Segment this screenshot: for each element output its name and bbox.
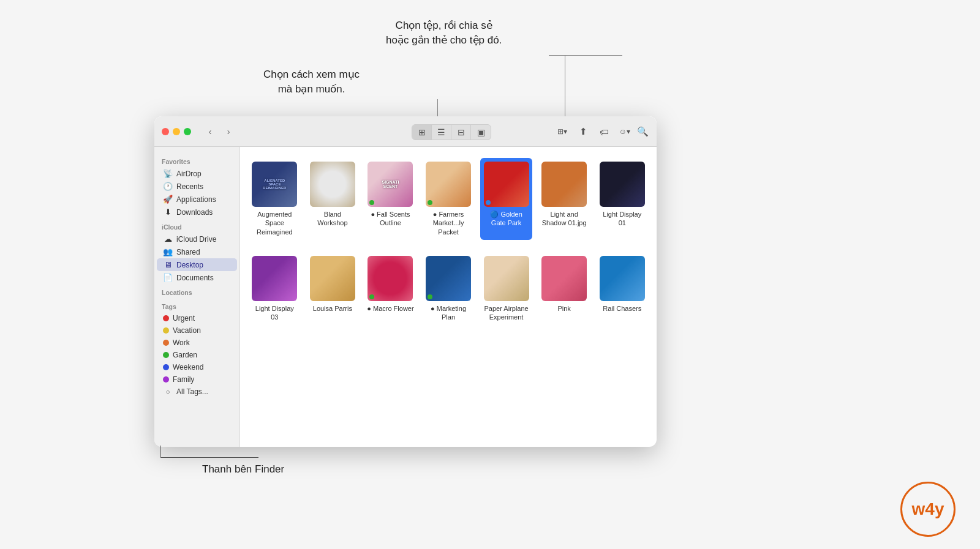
sidebar-item-shared[interactable]: 👥 Shared xyxy=(157,245,237,258)
sidebar-section-tags: Tags xyxy=(154,298,239,312)
sidebar-label-documents: Documents xyxy=(176,274,214,282)
tag-btn[interactable]: 🏷 xyxy=(595,124,612,139)
view-gallery-btn[interactable]: ▣ xyxy=(471,125,491,140)
file-name-augmented: Augmented Space Reimagined xyxy=(251,210,298,236)
search-btn[interactable]: 🔍 xyxy=(635,124,650,139)
file-thumb-bland xyxy=(310,162,355,207)
work-dot xyxy=(163,340,169,346)
documents-icon: 📄 xyxy=(163,273,173,282)
file-thumb-rail xyxy=(600,256,645,301)
sidebar-section-icloud: iCloud xyxy=(154,218,239,233)
title-bar: ‹ › Desktop ⊞ ☰ ⊟ ▣ ⊞▾ ⬆ 🏷 ☺▾ 🔍 xyxy=(154,116,657,147)
file-item-light01[interactable]: Light Display 01 xyxy=(596,158,648,240)
sidebar-item-vacation[interactable]: Vacation xyxy=(157,324,237,337)
file-name-paper: Paper Airplane Experiment xyxy=(483,304,530,322)
file-name-pink: Pink xyxy=(557,304,570,313)
file-thumb-augmented: ALIENATEDSPACEREIMAGINED xyxy=(252,162,297,207)
file-name-bland: Bland Workshop xyxy=(309,210,356,228)
downloads-icon: ⬇ xyxy=(163,207,173,217)
back-button[interactable]: ‹ xyxy=(202,125,218,138)
file-thumb-fall: SIGNATISCENT xyxy=(368,162,413,207)
sidebar-item-weekend[interactable]: Weekend xyxy=(157,361,237,373)
garden-dot xyxy=(163,352,169,358)
recents-icon: 🕐 xyxy=(163,182,173,191)
sidebar-item-documents[interactable]: 📄 Documents xyxy=(157,271,237,284)
traffic-lights xyxy=(162,128,191,135)
sidebar-label-weekend: Weekend xyxy=(173,363,203,372)
file-item-golden[interactable]: 🔵 Golden Gate Park xyxy=(480,158,532,240)
sidebar-item-work[interactable]: Work xyxy=(157,337,237,349)
file-thumb-golden xyxy=(484,162,529,207)
sidebar-label-downloads: Downloads xyxy=(176,208,213,217)
file-name-light-shadow: Light and Shadow 01.jpg xyxy=(541,210,588,228)
all-tags-icon: ○ xyxy=(163,388,173,395)
sidebar-label-work: Work xyxy=(173,338,190,347)
file-item-paper[interactable]: Paper Airplane Experiment xyxy=(480,252,532,326)
file-item-augmented[interactable]: ALIENATEDSPACEREIMAGINED Augmented Space… xyxy=(249,158,301,240)
nav-buttons: ‹ › xyxy=(202,125,236,138)
sidebar-label-urgent: Urgent xyxy=(173,314,195,323)
more-btn[interactable]: ☺▾ xyxy=(616,124,633,139)
airdrop-icon: 📡 xyxy=(163,169,173,178)
view-icon-btn[interactable]: ⊞ xyxy=(412,125,432,140)
file-item-light-shadow[interactable]: Light and Shadow 01.jpg xyxy=(538,158,590,240)
view-list-btn[interactable]: ☰ xyxy=(432,125,451,140)
share-btn[interactable]: ⬆ xyxy=(575,124,592,139)
file-row-1: ALIENATEDSPACEREIMAGINED Augmented Space… xyxy=(249,158,648,240)
sidebar-item-family[interactable]: Family xyxy=(157,373,237,386)
bracket-line xyxy=(160,446,258,458)
file-name-rail: Rail Chasers xyxy=(603,304,641,313)
annotation-top-right-text: Chọn tệp, rồi chia sẻ hoặc gắn thẻ cho t… xyxy=(386,20,502,46)
file-thumb-farmers xyxy=(426,162,471,207)
file-name-louisa: Louisa Parris xyxy=(313,304,352,313)
watermark-text: w4y xyxy=(912,499,944,519)
file-item-pink[interactable]: Pink xyxy=(538,252,590,326)
sidebar-label-garden: Garden xyxy=(173,351,197,359)
file-thumb-light01 xyxy=(600,162,645,207)
sidebar-item-garden[interactable]: Garden xyxy=(157,349,237,361)
file-item-rail[interactable]: Rail Chasers xyxy=(596,252,648,326)
file-item-louisa[interactable]: Louisa Parris xyxy=(307,252,359,326)
sidebar: Favorites 📡 AirDrop 🕐 Recents 🚀 Applicat… xyxy=(154,147,240,447)
file-thumb-light-shadow xyxy=(541,162,587,207)
sidebar-item-desktop[interactable]: 🖥 Desktop xyxy=(157,258,237,271)
file-name-fall: ● Fall Scents Outline xyxy=(367,210,414,228)
sidebar-item-recents[interactable]: 🕐 Recents xyxy=(157,180,237,193)
sort-btn[interactable]: ⊞▾ xyxy=(554,124,571,139)
file-row-2: Light Display 03 Louisa Parris ● Macro F… xyxy=(249,252,648,326)
file-item-bland[interactable]: Bland Workshop xyxy=(307,158,359,240)
sidebar-label-icloud-drive: iCloud Drive xyxy=(176,235,216,244)
sidebar-label-shared: Shared xyxy=(176,248,200,256)
file-name-light03: Light Display 03 xyxy=(251,304,298,322)
finder-window: ‹ › Desktop ⊞ ☰ ⊟ ▣ ⊞▾ ⬆ 🏷 ☺▾ 🔍 Favorite… xyxy=(154,116,657,447)
sidebar-item-all-tags[interactable]: ○ All Tags... xyxy=(157,386,237,398)
forward-button[interactable]: › xyxy=(221,125,236,138)
watermark: w4y xyxy=(900,482,956,537)
maximize-button[interactable] xyxy=(184,128,191,135)
annotation-mid-left: Chọn cách xem mục mà bạn muốn. xyxy=(263,67,360,97)
file-item-farmers[interactable]: ● Farmers Market...ly Packet xyxy=(423,158,475,240)
sidebar-label-applications: Applications xyxy=(176,195,216,204)
file-thumb-macro xyxy=(368,256,413,301)
file-item-light03[interactable]: Light Display 03 xyxy=(249,252,301,326)
minimize-button[interactable] xyxy=(173,128,180,135)
sidebar-item-airdrop[interactable]: 📡 AirDrop xyxy=(157,167,237,180)
file-name-marketing: ● Marketing Plan xyxy=(425,304,472,322)
view-column-btn[interactable]: ⊟ xyxy=(451,125,471,140)
sidebar-section-favorites: Favorites xyxy=(154,153,239,167)
finder-body: Favorites 📡 AirDrop 🕐 Recents 🚀 Applicat… xyxy=(154,147,657,447)
sidebar-item-downloads[interactable]: ⬇ Downloads xyxy=(157,206,237,218)
sidebar-item-applications[interactable]: 🚀 Applications xyxy=(157,193,237,206)
file-item-marketing[interactable]: ● Marketing Plan xyxy=(423,252,475,326)
file-item-fall[interactable]: SIGNATISCENT ● Fall Scents Outline xyxy=(364,158,417,240)
sidebar-item-urgent[interactable]: Urgent xyxy=(157,312,237,324)
family-dot xyxy=(163,376,169,383)
sidebar-label-desktop: Desktop xyxy=(176,261,203,269)
sidebar-item-icloud-drive[interactable]: ☁ iCloud Drive xyxy=(157,233,237,245)
file-thumb-light03 xyxy=(252,256,297,301)
view-btn-group: ⊞ ☰ ⊟ ▣ xyxy=(412,124,491,140)
close-button[interactable] xyxy=(162,128,169,135)
file-item-macro[interactable]: ● Macro Flower xyxy=(364,252,417,326)
footer-label-text: Thanh bên Finder xyxy=(202,463,284,475)
sidebar-label-recents: Recents xyxy=(176,182,203,191)
